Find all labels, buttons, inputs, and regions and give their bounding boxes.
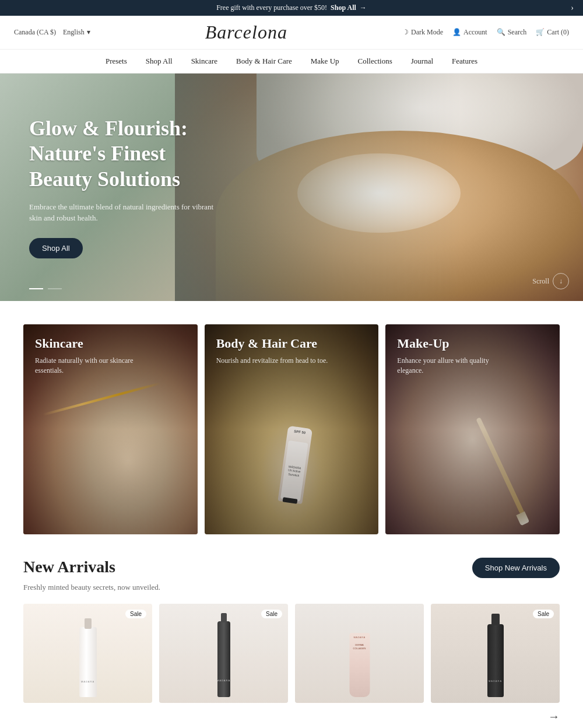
cart-icon: 🛒 (536, 28, 545, 37)
category-card-makeup[interactable]: Make-Up Enhance your allure with quality… (385, 324, 560, 534)
nav-shop-all[interactable]: Shop All (146, 57, 173, 66)
tube-label-3: DERMACOLLAGEN (352, 643, 367, 650)
new-arrivals-section: New Arrivals Shop New Arrivals Freshly m… (0, 558, 583, 728)
cart-label: Cart (0) (547, 28, 569, 37)
nav-features[interactable]: Features (452, 57, 477, 66)
product-card-2[interactable]: MÁDARA Sale (159, 604, 288, 703)
product-card-1[interactable]: MÁDARA Sale (23, 604, 152, 703)
announcement-bar: Free gift with every purchase over $50! … (0, 0, 583, 16)
bodycare-card-subtitle: Nourish and revitalize from head to toe. (216, 356, 328, 366)
new-arrivals-title: New Arrivals (23, 558, 115, 576)
bottle-shape-4: MÁDARA (487, 624, 504, 697)
main-navigation: Presets Shop All Skincare Body & Hair Ca… (0, 50, 583, 74)
bottle-shape-1: MÁDARA (79, 627, 97, 697)
product-bottle-1: MÁDARA (79, 627, 97, 697)
bodycare-card-content: Body & Hair Care Nourish and revitalize … (216, 336, 328, 366)
product-grid: MÁDARA Sale MÁDARA Sale (23, 604, 560, 703)
hero-content: Glow & Flourish: Nature's Finest Beauty … (0, 93, 245, 282)
cart-button[interactable]: 🛒 Cart (0) (536, 28, 569, 37)
language-label: English (63, 28, 85, 37)
product-card-4[interactable]: MÁDARA Sale (431, 604, 560, 703)
nav-collections[interactable]: Collections (358, 57, 392, 66)
skincare-card-title: Skincare (35, 336, 152, 351)
shop-new-arrivals-button[interactable]: Shop New Arrivals (472, 558, 560, 578)
bottle-label-1: MÁDARA (81, 680, 94, 683)
tube-brand-3: MÁDARA (353, 636, 365, 639)
account-icon: 👤 (452, 28, 461, 37)
search-button[interactable]: 🔍 Search (497, 28, 527, 37)
bottle-label-2: MÁDARA (217, 679, 230, 682)
new-arrivals-subtitle: Freshly minted beauty secrets, now unvei… (23, 583, 560, 592)
hero-subtitle: Embrace the ultimate blend of natural in… (29, 201, 216, 224)
category-cards-section: Skincare Radiate naturally with our skin… (0, 324, 583, 534)
makeup-card-subtitle: Enhance your allure with quality eleganc… (397, 356, 514, 376)
category-card-skincare[interactable]: Skincare Radiate naturally with our skin… (23, 324, 198, 534)
search-label: Search (508, 28, 527, 37)
hero-section: Glow & Flourish: Nature's Finest Beauty … (0, 74, 583, 301)
dark-mode-toggle[interactable]: ☽ Dark Mode (402, 28, 443, 37)
hero-indicators (29, 288, 62, 289)
hero-dot-2[interactable] (48, 288, 62, 289)
section-gap-1 (0, 301, 583, 324)
makeup-card-title: Make-Up (397, 336, 514, 351)
nav-makeup[interactable]: Make Up (311, 57, 339, 66)
top-nav-right: ☽ Dark Mode 👤 Account 🔍 Search 🛒 Cart (0… (402, 28, 569, 37)
product-bottle-4: MÁDARA (487, 624, 504, 697)
skincare-card-subtitle: Radiate naturally with our skincare esse… (35, 356, 152, 376)
sale-badge-1: Sale (125, 610, 146, 618)
announcement-link-arrow: → (360, 4, 367, 12)
nav-journal[interactable]: Journal (411, 57, 433, 66)
new-arrivals-header: New Arrivals Shop New Arrivals (23, 558, 560, 578)
category-card-bodycare[interactable]: SPF 50 MÁDARAUV ActiveSunstick Body & Ha… (205, 324, 379, 534)
site-logo[interactable]: Barcelona (205, 22, 287, 43)
announcement-dismiss[interactable]: › (571, 4, 574, 13)
bottle-shape-2: MÁDARA (217, 621, 230, 697)
announcement-text: Free gift with every purchase over $50! (216, 4, 327, 12)
makeup-card-content: Make-Up Enhance your allure with quality… (397, 336, 514, 376)
hero-scroll[interactable]: Scroll ↓ (532, 273, 569, 289)
country-selector[interactable]: Canada (CA $) (14, 28, 56, 37)
scroll-label: Scroll (532, 277, 549, 286)
bottle-label-4: MÁDARA (489, 680, 502, 682)
announcement-cta[interactable]: Shop All (331, 4, 356, 12)
top-nav-left: Canada (CA $) English ▾ (14, 28, 90, 37)
scroll-down-icon: ↓ (553, 273, 569, 289)
account-link[interactable]: 👤 Account (452, 28, 487, 37)
new-arrivals-title-block: New Arrivals (23, 558, 115, 576)
top-navigation: Canada (CA $) English ▾ Barcelona ☽ Dark… (0, 16, 583, 50)
hero-title: Glow & Flourish: Nature's Finest Beauty … (29, 116, 216, 192)
product-grid-nav: → (23, 710, 560, 728)
sale-badge-2: Sale (261, 610, 282, 618)
bottle-pump-4 (491, 614, 500, 625)
product-image-4: MÁDARA Sale (431, 604, 560, 703)
nav-presets[interactable]: Presets (106, 57, 127, 66)
nav-skincare[interactable]: Skincare (191, 57, 217, 66)
search-icon: 🔍 (497, 28, 505, 37)
language-chevron: ▾ (87, 28, 90, 37)
bodycare-card-title: Body & Hair Care (216, 336, 328, 351)
sale-badge-4: Sale (533, 610, 554, 618)
nav-body-hair[interactable]: Body & Hair Care (236, 57, 292, 66)
tube-shape-3: MÁDARA DERMACOLLAGEN (349, 633, 370, 697)
product-card-3[interactable]: MÁDARA DERMACOLLAGEN (295, 604, 424, 703)
hero-dot-1[interactable] (29, 288, 43, 289)
product-bottle-2: MÁDARA (217, 621, 230, 697)
language-selector[interactable]: English ▾ (63, 28, 90, 37)
dark-mode-label: Dark Mode (411, 28, 443, 37)
product-image-1: MÁDARA Sale (23, 604, 152, 703)
product-image-3: MÁDARA DERMACOLLAGEN (295, 604, 424, 703)
bottle-cap-2 (221, 613, 227, 622)
hero-cta-button[interactable]: Shop All (29, 238, 83, 258)
account-label: Account (463, 28, 487, 37)
product-image-2: MÁDARA Sale (159, 604, 288, 703)
moon-icon: ☽ (402, 28, 409, 37)
product-bottle-3: MÁDARA DERMACOLLAGEN (349, 633, 370, 697)
skincare-card-content: Skincare Radiate naturally with our skin… (35, 336, 152, 376)
next-products-arrow[interactable]: → (548, 710, 560, 723)
